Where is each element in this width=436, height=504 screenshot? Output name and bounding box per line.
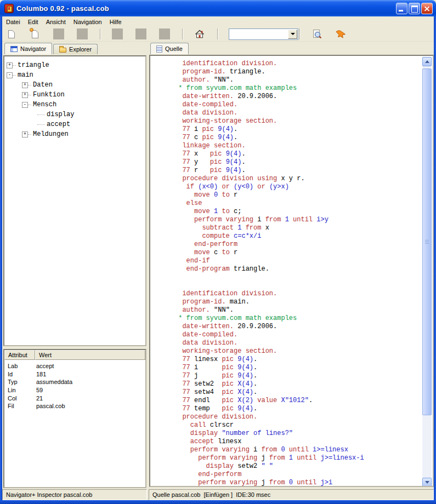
inspector-header: AttributWert xyxy=(4,350,145,360)
home-button[interactable] xyxy=(194,28,206,40)
source-panel-tabs: Quelle xyxy=(150,43,189,54)
code-line: 77 y pic 9(4). xyxy=(155,158,424,167)
new-file-button[interactable] xyxy=(5,28,18,40)
inspector-row-col[interactable]: Col21 xyxy=(4,394,145,402)
goto-button[interactable] xyxy=(335,28,347,40)
expand-toggle-icon[interactable]: + xyxy=(22,82,28,88)
tree-item-mensch[interactable]: -Mensch xyxy=(4,100,145,110)
attribute-value: accept xyxy=(35,363,145,369)
tab-explorer[interactable]: Explorer xyxy=(53,44,98,54)
toolbar-button-6[interactable] xyxy=(135,28,147,40)
inspector-row-typ[interactable]: Typassumeddata xyxy=(4,378,145,386)
code-line: 77 x pic 9(4). xyxy=(155,150,424,158)
toolbar-button-3[interactable] xyxy=(53,28,65,40)
window-border-bottom xyxy=(0,500,436,504)
tree-item-triangle[interactable]: +triangle xyxy=(4,60,145,70)
code-line: date-written. 20.9.2006. xyxy=(155,323,424,331)
vertical-scrollbar[interactable] xyxy=(422,57,432,487)
code-line: 77 i pic 9(4). xyxy=(155,125,424,134)
inspector-panel: AttributWert LabacceptId181Typassumeddat… xyxy=(3,349,146,488)
tree-connector xyxy=(37,114,45,115)
search-icon xyxy=(312,29,322,39)
inspector-row-lab[interactable]: Labaccept xyxy=(4,362,145,370)
menu-item-navigation[interactable]: Navigation xyxy=(70,18,106,26)
toolbar-button-7[interactable] xyxy=(158,28,171,40)
navigator-tree: +triangle-main+Daten+Funktion-Menschdisp… xyxy=(4,56,145,139)
tree-item-funktion[interactable]: +Funktion xyxy=(4,90,145,100)
inspector-row-lin[interactable]: Lin59 xyxy=(4,386,145,394)
scrollbar-grip-icon xyxy=(425,240,429,244)
code-line: end-perform xyxy=(155,471,424,479)
jump-hand-icon xyxy=(335,30,347,39)
title-bar: Columbo 0.92 - pascal.cob xyxy=(0,0,436,16)
code-line: date-compiled. xyxy=(155,101,424,109)
code-line: date-written. 20.9.2006. xyxy=(155,93,424,101)
attribute-name: Lin xyxy=(4,387,35,393)
attribute-name: Id xyxy=(4,371,35,377)
close-button[interactable] xyxy=(421,3,433,14)
placeholder-icon xyxy=(53,28,64,39)
open-file-button[interactable] xyxy=(29,28,41,40)
code-line: author. "NN". xyxy=(155,76,424,84)
code-line: 77 r pic 9(4). xyxy=(155,167,424,175)
expand-toggle-icon[interactable]: + xyxy=(22,92,28,98)
tree-item-display[interactable]: display xyxy=(4,110,145,119)
collapse-toggle-icon[interactable]: - xyxy=(22,102,28,108)
code-line: move c to r xyxy=(155,249,424,257)
code-line: end-if xyxy=(155,257,424,265)
app-icon xyxy=(4,4,14,13)
toolbar-button-5[interactable] xyxy=(111,28,123,40)
new-document-icon xyxy=(8,30,15,38)
tree-item-label: Meldungen xyxy=(33,130,69,138)
code-line: display setw2 " " xyxy=(155,462,424,471)
inspector-row-fil[interactable]: Filpascal.cob xyxy=(4,402,145,410)
menu-item-hilfe[interactable]: Hilfe xyxy=(106,18,126,26)
code-line: linkage section. xyxy=(155,142,424,150)
code-line: identification division. xyxy=(155,60,424,68)
tab-quelle[interactable]: Quelle xyxy=(150,43,189,54)
code-line: display "number of lines?" xyxy=(155,429,424,438)
scrollbar-thumb[interactable] xyxy=(422,68,432,415)
attribute-value: 181 xyxy=(35,371,145,377)
maximize-button[interactable] xyxy=(409,3,420,14)
scroll-down-button[interactable] xyxy=(422,478,432,487)
attribute-value: 59 xyxy=(35,387,145,393)
minimize-button[interactable] xyxy=(396,3,407,14)
code-line: procedure division. xyxy=(155,413,424,421)
code-line: else xyxy=(155,199,424,208)
tab-label: Navigator xyxy=(20,45,46,52)
tree-item-accept[interactable]: accept xyxy=(4,119,145,129)
tree-item-label: Mensch xyxy=(33,101,56,108)
menu-item-ansicht[interactable]: Ansicht xyxy=(42,18,70,26)
tree-connector xyxy=(28,105,31,105)
expand-toggle-icon[interactable]: + xyxy=(7,62,13,68)
tab-label: Explorer xyxy=(69,46,92,53)
scroll-up-button[interactable] xyxy=(422,57,432,66)
tree-connector xyxy=(13,75,16,76)
tree-item-daten[interactable]: +Daten xyxy=(4,80,145,90)
search-button[interactable] xyxy=(311,28,323,40)
inspector-row-id[interactable]: Id181 xyxy=(4,370,145,379)
menu-item-edit[interactable]: Edit xyxy=(24,18,42,26)
open-document-icon xyxy=(32,30,38,38)
inspector-column-header-attribut: Attribut xyxy=(4,350,35,360)
search-combobox[interactable] xyxy=(229,28,298,40)
toolbar-separator xyxy=(217,28,218,39)
toolbar-button-4[interactable] xyxy=(76,28,88,40)
tree-item-meldungen[interactable]: +Meldungen xyxy=(4,129,145,139)
combo-dropdown-button[interactable] xyxy=(288,30,297,39)
attribute-name: Lab xyxy=(4,363,35,369)
navigator-tree-panel[interactable]: +triangle-main+Daten+Funktion-Menschdisp… xyxy=(3,55,146,346)
collapse-toggle-icon[interactable]: - xyxy=(7,72,13,78)
code-line: author. "NN". xyxy=(155,306,424,314)
toolbar xyxy=(2,27,434,42)
tree-item-main[interactable]: -main xyxy=(4,70,145,80)
menu-item-datei[interactable]: Datei xyxy=(2,18,24,26)
source-editor-panel[interactable]: identification division. program-id. tri… xyxy=(149,55,434,487)
attribute-value: 21 xyxy=(35,395,145,402)
app-window: Columbo 0.92 - pascal.cob DateiEditAnsic… xyxy=(0,0,436,504)
expand-toggle-icon[interactable]: + xyxy=(22,131,28,138)
code-line xyxy=(155,282,424,290)
tab-navigator[interactable]: Navigator xyxy=(4,43,52,54)
source-code[interactable]: identification division. program-id. tri… xyxy=(151,57,424,487)
